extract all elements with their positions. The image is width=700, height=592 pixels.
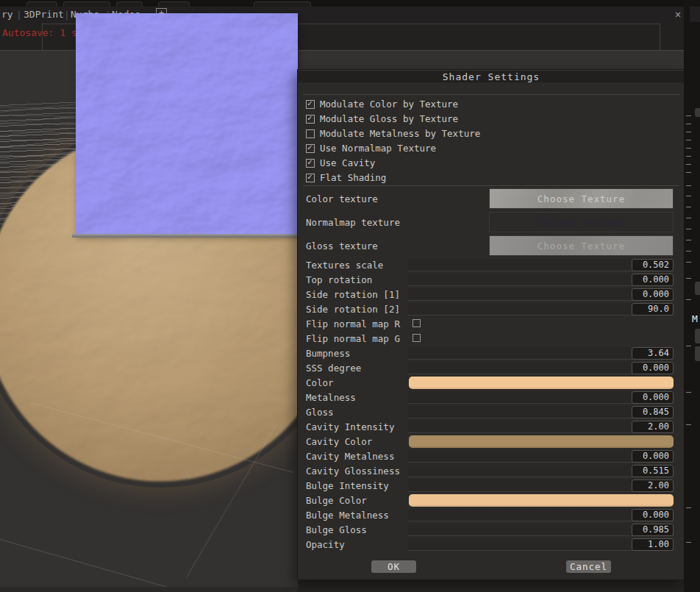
param-row: Textures scale0.502 [298, 258, 685, 273]
value-field[interactable]: 90.0 [632, 303, 674, 315]
checkbox-checked-icon[interactable]: ✓ [306, 115, 315, 124]
panel-tick [686, 278, 691, 279]
panel-tick [686, 164, 691, 165]
param-row: Bulge Color [298, 493, 685, 508]
param-label: Bumpness [306, 348, 350, 359]
ok-button[interactable]: OK [371, 560, 416, 573]
param-row: Opacity1.00 [298, 538, 685, 552]
panel-tick [686, 240, 691, 240]
value-field[interactable]: 0.000 [632, 274, 674, 286]
color-swatch[interactable] [409, 494, 674, 507]
texture-row-label: Normalmap texture [306, 217, 400, 228]
param-row: Bulge Metalness0.000 [298, 508, 685, 523]
checkbox-unchecked-icon[interactable] [413, 334, 421, 342]
panel-tick [686, 172, 691, 173]
panel-fragment [695, 346, 700, 361]
param-row: Metalness0.000 [298, 390, 685, 405]
grid-line [0, 539, 186, 592]
param-row: Side rotation [1]0.000 [298, 288, 685, 302]
panel-tick [686, 251, 691, 252]
value-field[interactable]: 0.000 [632, 391, 674, 404]
panel-tick [686, 115, 691, 116]
separator [303, 185, 679, 186]
param-label: Gloss [306, 407, 334, 418]
param-label: Bulge Gloss [306, 524, 367, 535]
param-row: Side rotation [2]90.0 [298, 302, 685, 317]
app-window: + ✕ ry3DPrintNurbsNodes||| Autosave: 1 s [0, 0, 700, 592]
param-label: Bulge Metalness [306, 510, 389, 521]
texture-row-label: Color texture [306, 193, 378, 204]
param-label: SSS degree [306, 363, 361, 374]
check-icon: ✓ [307, 143, 312, 152]
bottom-edge-band [0, 587, 298, 592]
check-icon: ✓ [307, 113, 312, 123]
menubar-fragment [690, 7, 700, 22]
panel-tick [686, 262, 691, 263]
checkbox-label: Modulate Color by Texture [320, 99, 458, 110]
value-field[interactable]: 0.985 [632, 524, 674, 536]
param-row: Top rotation0.000 [298, 273, 685, 288]
menu-separator: | [64, 10, 70, 21]
param-row: Flip normal map G [298, 332, 685, 346]
checkbox-unchecked-icon[interactable] [306, 129, 315, 138]
checkbox-label: Modulate Gloss by Texture [320, 113, 458, 124]
cancel-button[interactable]: Cancel [566, 560, 611, 573]
param-label: Flip normal map R [306, 318, 400, 329]
normalmap-texture-preview[interactable] [76, 13, 298, 236]
value-field[interactable]: 0.000 [632, 288, 674, 301]
param-row: Cavity Metalness0.000 [298, 449, 685, 464]
param-label: Cavity Color [306, 436, 372, 447]
value-field[interactable]: 0.502 [632, 259, 674, 271]
param-label: Bulge Intensity [306, 480, 389, 491]
param-row: Bulge Gloss0.985 [298, 523, 685, 538]
value-field[interactable]: 2.00 [632, 421, 674, 433]
panel-tick [686, 392, 691, 393]
param-label: Color [306, 377, 334, 388]
param-label: Metalness [306, 392, 356, 403]
close-icon[interactable]: ✕ [672, 8, 684, 20]
value-field[interactable]: 0.000 [632, 509, 674, 521]
param-label: Cavity Metalness [306, 451, 394, 462]
color-swatch[interactable] [409, 377, 674, 389]
param-row: Cavity Glossiness0.515 [298, 464, 685, 479]
value-field[interactable]: 3.64 [632, 347, 674, 360]
param-row: Flip normal map R [298, 317, 685, 332]
choose-texture-button-normalmap[interactable]: Choose Texture [489, 212, 674, 232]
panel-fragment [695, 282, 700, 295]
check-icon: ✓ [307, 172, 312, 182]
tab-strip [0, 0, 700, 7]
param-row: Gloss0.845 [298, 405, 685, 420]
checkbox-checked-icon[interactable]: ✓ [306, 100, 315, 109]
panel-tick [686, 207, 691, 207]
checkbox-label: Flat Shading [320, 172, 386, 183]
value-field[interactable]: 0.000 [632, 362, 674, 374]
choose-texture-button-gloss[interactable]: Choose Texture [489, 235, 674, 256]
param-label: Cavity Glossiness [306, 466, 400, 477]
color-swatch[interactable] [409, 435, 674, 448]
value-field[interactable]: 0.515 [632, 465, 674, 477]
value-field[interactable]: 0.845 [632, 406, 674, 418]
dialog-title: Shader Settings [298, 71, 685, 82]
value-field[interactable]: 1.00 [632, 538, 674, 551]
menu-separator: | [16, 10, 22, 21]
checkbox-checked-icon[interactable]: ✓ [306, 174, 315, 182]
panel-fragment [695, 329, 700, 343]
menu-item-ry[interactable]: ry [1, 9, 13, 20]
check-icon: ✓ [307, 157, 312, 167]
param-label: Textures scale [306, 260, 383, 271]
choose-texture-button-color[interactable]: Choose Texture [489, 188, 674, 209]
panel-tick [686, 132, 691, 132]
checkbox-checked-icon[interactable]: ✓ [306, 144, 315, 153]
menu-item-3dprint[interactable]: 3DPrint [24, 9, 64, 20]
check-icon: ✓ [307, 99, 312, 108]
param-label: Cavity Intensity [306, 421, 394, 432]
dialog-titlebar[interactable]: Shader Settings [298, 70, 685, 82]
panel-tick [686, 185, 691, 186]
checkbox-checked-icon[interactable]: ✓ [306, 159, 315, 168]
checkbox-unchecked-icon[interactable] [413, 319, 421, 327]
param-label: Bulge Color [306, 495, 367, 506]
shader-settings-dialog: Shader Settings ✓Modulate Color by Textu… [298, 70, 685, 579]
value-field[interactable]: 0.000 [632, 450, 674, 463]
value-field[interactable]: 2.00 [632, 479, 674, 492]
panel-tick [686, 542, 691, 543]
